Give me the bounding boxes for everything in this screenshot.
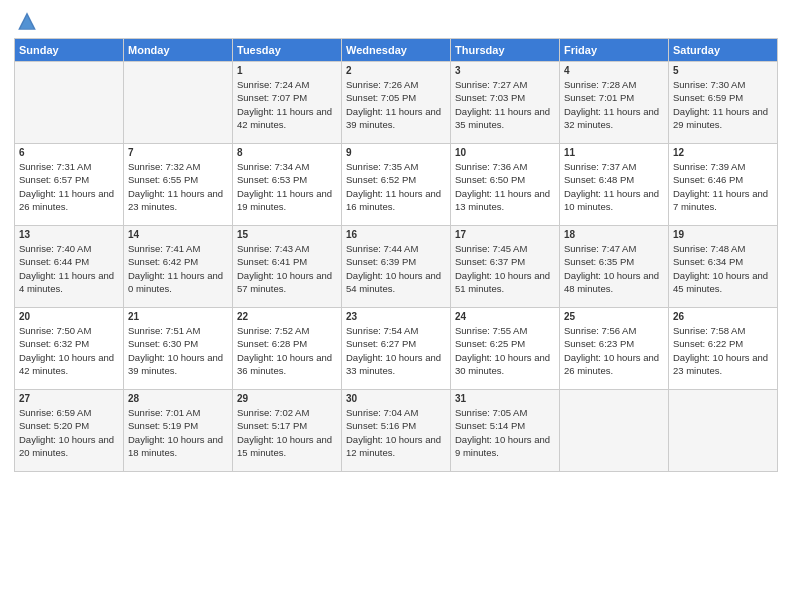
cell-info: Sunrise: 7:58 AMSunset: 6:22 PMDaylight:…	[673, 324, 773, 377]
day-number: 27	[19, 393, 119, 404]
sunset-text: Sunset: 5:14 PM	[455, 420, 525, 431]
week-row-5: 27Sunrise: 6:59 AMSunset: 5:20 PMDayligh…	[15, 390, 778, 472]
daylight-text: Daylight: 10 hours and 57 minutes.	[237, 270, 332, 294]
page-header	[14, 10, 778, 32]
cell-info: Sunrise: 7:52 AMSunset: 6:28 PMDaylight:…	[237, 324, 337, 377]
cell-info: Sunrise: 7:40 AMSunset: 6:44 PMDaylight:…	[19, 242, 119, 295]
cell-info: Sunrise: 7:51 AMSunset: 6:30 PMDaylight:…	[128, 324, 228, 377]
calendar-cell: 31Sunrise: 7:05 AMSunset: 5:14 PMDayligh…	[451, 390, 560, 472]
sunset-text: Sunset: 6:23 PM	[564, 338, 634, 349]
daylight-text: Daylight: 10 hours and 48 minutes.	[564, 270, 659, 294]
calendar-cell: 3Sunrise: 7:27 AMSunset: 7:03 PMDaylight…	[451, 62, 560, 144]
calendar-cell: 27Sunrise: 6:59 AMSunset: 5:20 PMDayligh…	[15, 390, 124, 472]
daylight-text: Daylight: 10 hours and 39 minutes.	[128, 352, 223, 376]
sunset-text: Sunset: 6:35 PM	[564, 256, 634, 267]
daylight-text: Daylight: 10 hours and 54 minutes.	[346, 270, 441, 294]
daylight-text: Daylight: 11 hours and 32 minutes.	[564, 106, 659, 130]
day-number: 8	[237, 147, 337, 158]
sunrise-text: Sunrise: 7:41 AM	[128, 243, 200, 254]
sunrise-text: Sunrise: 7:55 AM	[455, 325, 527, 336]
sunrise-text: Sunrise: 7:56 AM	[564, 325, 636, 336]
cell-info: Sunrise: 7:35 AMSunset: 6:52 PMDaylight:…	[346, 160, 446, 213]
sunrise-text: Sunrise: 7:37 AM	[564, 161, 636, 172]
day-number: 3	[455, 65, 555, 76]
sunrise-text: Sunrise: 7:52 AM	[237, 325, 309, 336]
cell-info: Sunrise: 7:44 AMSunset: 6:39 PMDaylight:…	[346, 242, 446, 295]
day-number: 6	[19, 147, 119, 158]
cell-info: Sunrise: 7:36 AMSunset: 6:50 PMDaylight:…	[455, 160, 555, 213]
weekday-header-thursday: Thursday	[451, 39, 560, 62]
calendar-cell: 29Sunrise: 7:02 AMSunset: 5:17 PMDayligh…	[233, 390, 342, 472]
sunset-text: Sunset: 7:01 PM	[564, 92, 634, 103]
cell-info: Sunrise: 7:30 AMSunset: 6:59 PMDaylight:…	[673, 78, 773, 131]
sunset-text: Sunset: 6:44 PM	[19, 256, 89, 267]
daylight-text: Daylight: 11 hours and 10 minutes.	[564, 188, 659, 212]
sunset-text: Sunset: 6:30 PM	[128, 338, 198, 349]
daylight-text: Daylight: 10 hours and 36 minutes.	[237, 352, 332, 376]
sunrise-text: Sunrise: 7:05 AM	[455, 407, 527, 418]
calendar-cell: 10Sunrise: 7:36 AMSunset: 6:50 PMDayligh…	[451, 144, 560, 226]
calendar-cell: 12Sunrise: 7:39 AMSunset: 6:46 PMDayligh…	[669, 144, 778, 226]
calendar-cell: 18Sunrise: 7:47 AMSunset: 6:35 PMDayligh…	[560, 226, 669, 308]
daylight-text: Daylight: 11 hours and 16 minutes.	[346, 188, 441, 212]
sunrise-text: Sunrise: 7:24 AM	[237, 79, 309, 90]
daylight-text: Daylight: 10 hours and 20 minutes.	[19, 434, 114, 458]
day-number: 10	[455, 147, 555, 158]
cell-info: Sunrise: 7:48 AMSunset: 6:34 PMDaylight:…	[673, 242, 773, 295]
logo	[14, 10, 38, 32]
calendar-cell: 7Sunrise: 7:32 AMSunset: 6:55 PMDaylight…	[124, 144, 233, 226]
calendar-table: SundayMondayTuesdayWednesdayThursdayFrid…	[14, 38, 778, 472]
daylight-text: Daylight: 11 hours and 19 minutes.	[237, 188, 332, 212]
calendar-cell: 28Sunrise: 7:01 AMSunset: 5:19 PMDayligh…	[124, 390, 233, 472]
daylight-text: Daylight: 11 hours and 29 minutes.	[673, 106, 768, 130]
day-number: 30	[346, 393, 446, 404]
cell-info: Sunrise: 7:41 AMSunset: 6:42 PMDaylight:…	[128, 242, 228, 295]
day-number: 16	[346, 229, 446, 240]
week-row-4: 20Sunrise: 7:50 AMSunset: 6:32 PMDayligh…	[15, 308, 778, 390]
calendar-cell: 25Sunrise: 7:56 AMSunset: 6:23 PMDayligh…	[560, 308, 669, 390]
day-number: 29	[237, 393, 337, 404]
calendar-cell: 22Sunrise: 7:52 AMSunset: 6:28 PMDayligh…	[233, 308, 342, 390]
day-number: 24	[455, 311, 555, 322]
sunrise-text: Sunrise: 7:28 AM	[564, 79, 636, 90]
cell-info: Sunrise: 7:04 AMSunset: 5:16 PMDaylight:…	[346, 406, 446, 459]
cell-info: Sunrise: 7:31 AMSunset: 6:57 PMDaylight:…	[19, 160, 119, 213]
sunrise-text: Sunrise: 7:26 AM	[346, 79, 418, 90]
day-number: 12	[673, 147, 773, 158]
sunset-text: Sunset: 6:52 PM	[346, 174, 416, 185]
sunrise-text: Sunrise: 7:31 AM	[19, 161, 91, 172]
logo-icon	[16, 10, 38, 32]
day-number: 1	[237, 65, 337, 76]
cell-info: Sunrise: 7:01 AMSunset: 5:19 PMDaylight:…	[128, 406, 228, 459]
sunset-text: Sunset: 6:39 PM	[346, 256, 416, 267]
week-row-1: 1Sunrise: 7:24 AMSunset: 7:07 PMDaylight…	[15, 62, 778, 144]
day-number: 2	[346, 65, 446, 76]
sunset-text: Sunset: 6:22 PM	[673, 338, 743, 349]
day-number: 28	[128, 393, 228, 404]
calendar-cell	[124, 62, 233, 144]
sunset-text: Sunset: 6:55 PM	[128, 174, 198, 185]
sunset-text: Sunset: 6:25 PM	[455, 338, 525, 349]
sunset-text: Sunset: 6:32 PM	[19, 338, 89, 349]
day-number: 23	[346, 311, 446, 322]
cell-info: Sunrise: 6:59 AMSunset: 5:20 PMDaylight:…	[19, 406, 119, 459]
daylight-text: Daylight: 11 hours and 7 minutes.	[673, 188, 768, 212]
weekday-header-friday: Friday	[560, 39, 669, 62]
daylight-text: Daylight: 11 hours and 13 minutes.	[455, 188, 550, 212]
sunrise-text: Sunrise: 7:40 AM	[19, 243, 91, 254]
daylight-text: Daylight: 10 hours and 9 minutes.	[455, 434, 550, 458]
day-number: 25	[564, 311, 664, 322]
cell-info: Sunrise: 7:28 AMSunset: 7:01 PMDaylight:…	[564, 78, 664, 131]
sunrise-text: Sunrise: 7:27 AM	[455, 79, 527, 90]
sunrise-text: Sunrise: 7:51 AM	[128, 325, 200, 336]
daylight-text: Daylight: 10 hours and 45 minutes.	[673, 270, 768, 294]
day-number: 14	[128, 229, 228, 240]
daylight-text: Daylight: 10 hours and 15 minutes.	[237, 434, 332, 458]
calendar-cell: 23Sunrise: 7:54 AMSunset: 6:27 PMDayligh…	[342, 308, 451, 390]
day-number: 13	[19, 229, 119, 240]
day-number: 5	[673, 65, 773, 76]
calendar-cell: 5Sunrise: 7:30 AMSunset: 6:59 PMDaylight…	[669, 62, 778, 144]
sunset-text: Sunset: 6:57 PM	[19, 174, 89, 185]
sunset-text: Sunset: 6:42 PM	[128, 256, 198, 267]
sunrise-text: Sunrise: 7:54 AM	[346, 325, 418, 336]
